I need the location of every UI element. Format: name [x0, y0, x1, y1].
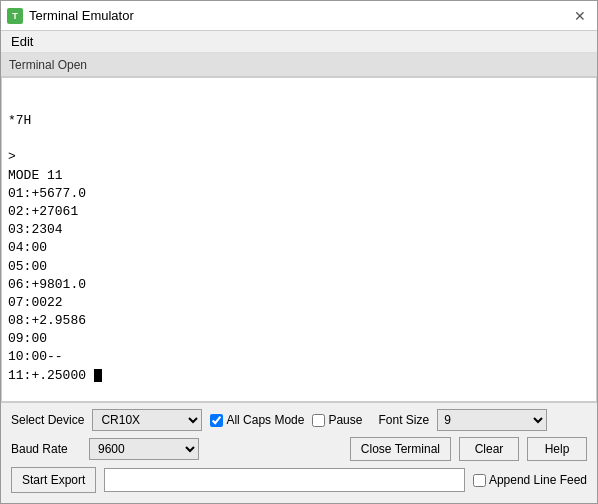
append-line-feed-checkbox[interactable] — [473, 474, 486, 487]
terminal-status: Terminal Open — [9, 58, 87, 72]
terminal-text: *7H > MODE 11 01:+5677.0 02:+27061 03:23… — [8, 112, 590, 385]
terminal-window: T Terminal Emulator ✕ Edit Terminal Open… — [0, 0, 598, 504]
device-row: Select Device CR10X CR1000 CR3000 All Ca… — [11, 409, 587, 431]
export-path-input[interactable] — [104, 468, 465, 492]
terminal-output[interactable]: *7H > MODE 11 01:+5677.0 02:+27061 03:23… — [1, 77, 597, 402]
title-bar-left: T Terminal Emulator — [7, 8, 134, 24]
cursor — [94, 369, 102, 382]
baud-select[interactable]: 9600 19200 38400 115200 — [89, 438, 199, 460]
app-icon: T — [7, 8, 23, 24]
start-export-button[interactable]: Start Export — [11, 467, 96, 493]
help-button[interactable]: Help — [527, 437, 587, 461]
menu-bar: Edit — [1, 31, 597, 53]
export-row: Start Export Append Line Feed — [11, 467, 587, 497]
svg-text:T: T — [12, 11, 18, 21]
close-terminal-button[interactable]: Close Terminal — [350, 437, 451, 461]
device-select[interactable]: CR10X CR1000 CR3000 — [92, 409, 202, 431]
pause-label[interactable]: Pause — [312, 413, 362, 427]
bottom-panel: Select Device CR10X CR1000 CR3000 All Ca… — [1, 402, 597, 503]
baud-row: Baud Rate 9600 19200 38400 115200 Close … — [11, 437, 587, 461]
edit-menu[interactable]: Edit — [5, 32, 39, 51]
append-line-feed-label[interactable]: Append Line Feed — [473, 473, 587, 487]
window-title: Terminal Emulator — [29, 8, 134, 23]
all-caps-label[interactable]: All Caps Mode — [210, 413, 304, 427]
baud-rate-label: Baud Rate — [11, 442, 81, 456]
close-button[interactable]: ✕ — [569, 5, 591, 27]
clear-button[interactable]: Clear — [459, 437, 519, 461]
all-caps-checkbox[interactable] — [210, 414, 223, 427]
font-size-select[interactable]: 9 10 11 12 — [437, 409, 547, 431]
status-bar: Terminal Open — [1, 53, 597, 77]
pause-checkbox[interactable] — [312, 414, 325, 427]
title-bar: T Terminal Emulator ✕ — [1, 1, 597, 31]
select-device-label: Select Device — [11, 413, 84, 427]
font-size-label: Font Size — [378, 413, 429, 427]
